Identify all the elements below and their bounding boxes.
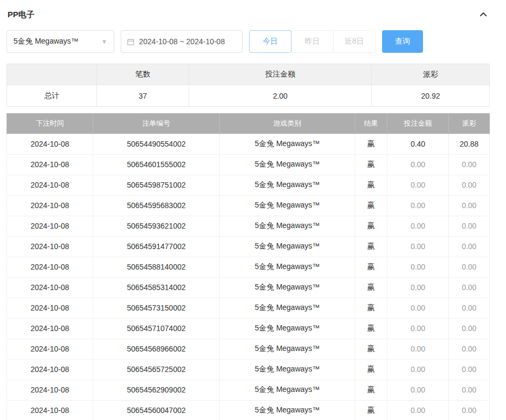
table-cell: 50654560047002 — [93, 400, 220, 420]
table-cell: 2024-10-08 — [7, 380, 93, 400]
table-cell: 50654562909002 — [93, 380, 220, 400]
table-cell: 赢 — [355, 400, 387, 420]
table-cell: 2024-10-08 — [7, 195, 93, 216]
table-cell: 2024-10-08 — [7, 339, 93, 359]
calendar-icon — [127, 38, 135, 46]
table-cell: 0.00 — [449, 400, 490, 420]
table-cell: 5金兔 Megaways™ — [220, 298, 355, 318]
table-cell: 0.00 — [387, 175, 449, 195]
table-cell: 2024-10-08 — [7, 216, 93, 236]
table-cell: 赢 — [355, 277, 387, 298]
col-header-bet-amount: 投注金额 — [387, 113, 449, 134]
table-cell: 0.00 — [449, 277, 490, 298]
quick-date-buttons: 今日 昨日 近8日 — [249, 30, 376, 53]
table-cell: 赢 — [355, 257, 387, 277]
today-button[interactable]: 今日 — [249, 30, 292, 53]
table-row: 2024-10-08506544905540025金兔 Megaways™赢0.… — [7, 134, 490, 154]
collapse-button[interactable] — [477, 9, 489, 20]
table-cell: 50654593621002 — [93, 216, 220, 236]
table-cell: 0.00 — [387, 400, 449, 420]
table-cell: 赢 — [355, 380, 387, 400]
summary-header-bet-amount: 投注金额 — [189, 64, 372, 85]
table-cell: 50654585314002 — [93, 277, 220, 298]
table-cell: 5金兔 Megaways™ — [220, 257, 355, 277]
table-cell: 50654490554002 — [93, 134, 220, 154]
table-row: 2024-10-08506545853140025金兔 Megaways™赢0.… — [7, 277, 490, 298]
date-range-value: 2024-10-08 ~ 2024-10-08 — [139, 37, 225, 46]
table-cell: 0.00 — [449, 236, 490, 257]
table-cell: 0.00 — [387, 339, 449, 359]
table-cell: 0.00 — [449, 339, 490, 359]
table-cell: 0.00 — [449, 318, 490, 339]
table-cell: 赢 — [355, 236, 387, 257]
table-cell: 0.40 — [387, 134, 449, 154]
table-cell: 2024-10-08 — [7, 318, 93, 339]
summary-total-payout: 20.92 — [372, 85, 490, 107]
table-cell: 赢 — [355, 134, 387, 154]
table-row: 2024-10-08506545731500025金兔 Megaways™赢0.… — [7, 298, 490, 318]
table-cell: 0.00 — [449, 380, 490, 400]
table-row: 2024-10-08506545657250025金兔 Megaways™赢0.… — [7, 359, 490, 380]
game-select-value: 5金兔 Megaways™ — [13, 37, 79, 46]
table-cell: 50654601555002 — [93, 154, 220, 175]
table-header-row: 下注时间 注单编号 游戏类别 结果 投注金额 派彩 — [7, 113, 490, 134]
panel-header: PP电子 — [6, 8, 489, 22]
summary-total-label: 总计 — [7, 85, 97, 107]
table-cell: 5金兔 Megaways™ — [220, 154, 355, 175]
table-cell: 赢 — [355, 318, 387, 339]
table-cell: 0.00 — [387, 380, 449, 400]
summary-header-count: 笔数 — [97, 64, 189, 85]
game-select[interactable]: 5金兔 Megaways™ ▼ — [6, 30, 114, 53]
report-panel: PP电子 5金兔 Megaways™ ▼ 2024-10-08 ~ 2024-1… — [0, 0, 506, 420]
table-cell: 5金兔 Megaways™ — [220, 236, 355, 257]
last-8-days-button[interactable]: 近8日 — [333, 30, 376, 53]
table-cell: 50654595683002 — [93, 195, 220, 216]
table-cell: 5金兔 Megaways™ — [220, 175, 355, 195]
table-cell: 50654573150002 — [93, 298, 220, 318]
table-cell: 50654598751002 — [93, 175, 220, 195]
col-header-result: 结果 — [355, 113, 387, 134]
table-cell: 赢 — [355, 175, 387, 195]
chevron-up-icon — [479, 10, 488, 19]
table-cell: 2024-10-08 — [7, 277, 93, 298]
table-row: 2024-10-08506545600470025金兔 Megaways™赢0.… — [7, 400, 490, 420]
summary-table: 笔数 投注金额 派彩 总计 37 2.00 20.92 — [6, 64, 490, 107]
query-button[interactable]: 查询 — [382, 30, 423, 53]
yesterday-button[interactable]: 昨日 — [291, 30, 334, 53]
table-cell: 5金兔 Megaways™ — [220, 134, 355, 154]
table-cell: 赢 — [355, 195, 387, 216]
table-cell: 2024-10-08 — [7, 359, 93, 380]
table-row: 2024-10-08506546015550025金兔 Megaways™赢0.… — [7, 154, 490, 175]
table-cell: 2024-10-08 — [7, 236, 93, 257]
table-cell: 2024-10-08 — [7, 400, 93, 420]
panel-title: PP电子 — [8, 10, 34, 20]
date-range-picker[interactable]: 2024-10-08 ~ 2024-10-08 — [121, 30, 242, 53]
table-cell: 0.00 — [387, 257, 449, 277]
table-cell: 2024-10-08 — [7, 154, 93, 175]
table-cell: 0.00 — [449, 298, 490, 318]
table-row: 2024-10-08506545710740025金兔 Megaways™赢0.… — [7, 318, 490, 339]
summary-total-bet-amount: 2.00 — [189, 85, 372, 107]
table-cell: 5金兔 Megaways™ — [220, 195, 355, 216]
table-cell: 5金兔 Megaways™ — [220, 339, 355, 359]
table-cell: 0.00 — [449, 175, 490, 195]
summary-header-row: 笔数 投注金额 派彩 — [7, 64, 490, 85]
table-cell: 0.00 — [449, 154, 490, 175]
table-cell: 0.00 — [387, 359, 449, 380]
table-cell: 5金兔 Megaways™ — [220, 216, 355, 236]
table-cell: 0.00 — [387, 277, 449, 298]
table-cell: 0.00 — [449, 359, 490, 380]
table-cell: 2024-10-08 — [7, 257, 93, 277]
table-cell: 赢 — [355, 154, 387, 175]
table-row: 2024-10-08506545914770025金兔 Megaways™赢0.… — [7, 236, 490, 257]
table-cell: 赢 — [355, 339, 387, 359]
bet-rows: 2024-10-08506544905540025金兔 Megaways™赢0.… — [7, 134, 490, 420]
table-cell: 50654568966002 — [93, 339, 220, 359]
col-header-game-category: 游戏类别 — [220, 113, 355, 134]
table-cell: 5金兔 Megaways™ — [220, 380, 355, 400]
col-header-bet-time: 下注时间 — [7, 113, 93, 134]
table-cell: 50654571074002 — [93, 318, 220, 339]
table-cell: 5金兔 Megaways™ — [220, 277, 355, 298]
summary-total-row: 总计 37 2.00 20.92 — [7, 85, 490, 107]
table-cell: 0.00 — [387, 318, 449, 339]
